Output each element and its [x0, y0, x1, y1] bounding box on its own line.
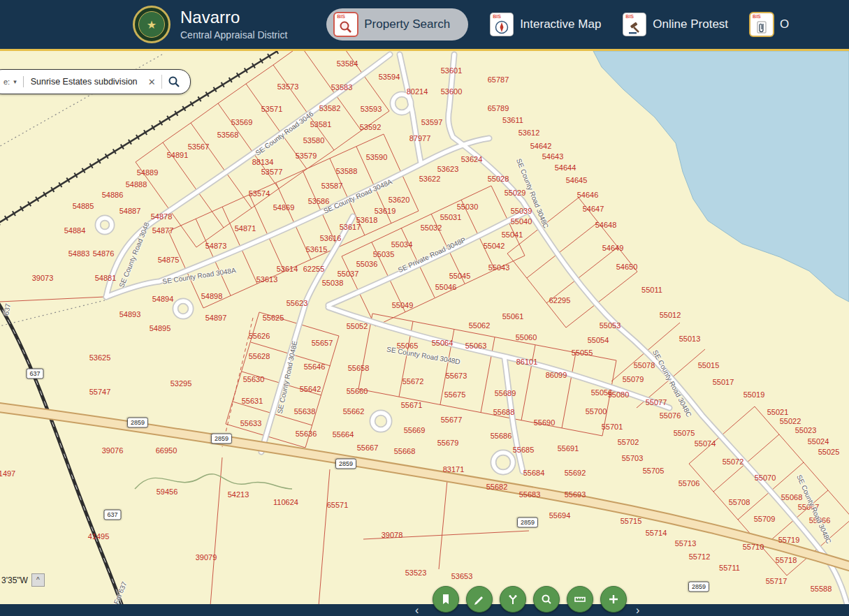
coordinate-collapse-button[interactable]: ^ — [31, 573, 45, 587]
nav-label: Property Search — [364, 17, 450, 31]
main-nav: BIS Property Search BIS Interactive Map … — [326, 8, 789, 41]
search-type-label: e: — [3, 78, 10, 86]
brand-title: Navarro — [180, 8, 287, 27]
bis-compass-icon: BIS — [491, 13, 513, 36]
bis-search-icon: BIS — [335, 13, 357, 36]
nav-property-search[interactable]: BIS Property Search — [326, 8, 468, 41]
coordinate-text: 3'35"W — [1, 575, 28, 585]
identify-tool-button[interactable] — [533, 586, 560, 613]
nav-online-protest[interactable]: BIS Online Protest — [623, 13, 728, 36]
toolbar-scroll-left[interactable]: ‹ — [415, 604, 419, 616]
nav-label: Interactive Map — [520, 17, 601, 31]
nav-interactive-map[interactable]: BIS Interactive Map — [491, 13, 601, 36]
draw-tool-button[interactable] — [466, 586, 493, 613]
map-toolbar — [433, 586, 627, 613]
search-input[interactable] — [29, 76, 143, 87]
district-seal-logo: ★ — [133, 6, 170, 43]
nav-online-forms[interactable]: BIS O — [750, 13, 789, 36]
add-tool-button[interactable] — [600, 586, 627, 613]
brand: Navarro Central Appraisal District — [180, 8, 287, 40]
brand-subtitle: Central Appraisal District — [180, 29, 287, 41]
app-header: ★ Navarro Central Appraisal District BIS… — [0, 0, 849, 51]
route-tool-button[interactable] — [500, 586, 526, 613]
search-type-dropdown[interactable]: ▾ — [10, 76, 24, 87]
toolbar-scroll-right[interactable]: › — [636, 604, 639, 616]
bottom-bar — [0, 604, 849, 616]
search-submit-button[interactable] — [162, 75, 186, 88]
seal-star-icon: ★ — [147, 18, 157, 31]
measure-tool-button[interactable] — [567, 586, 593, 613]
bookmark-tool-button[interactable] — [433, 586, 459, 613]
nav-label: O — [780, 17, 789, 31]
bis-forms-icon: BIS — [750, 13, 773, 36]
coordinate-readout: 3'35"W ^ — [1, 573, 45, 587]
nav-label: Online Protest — [653, 17, 728, 31]
clear-search-button[interactable]: ✕ — [143, 77, 161, 87]
map-search-bar: e: ▾ ✕ — [0, 69, 191, 94]
bis-gavel-icon: BIS — [623, 13, 646, 36]
